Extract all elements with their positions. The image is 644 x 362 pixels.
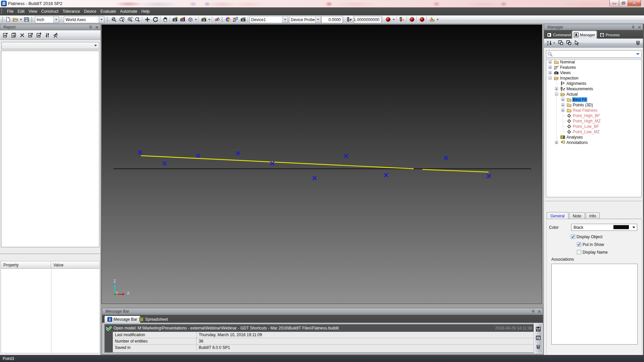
coordinate-system-select-dropdown[interactable] bbox=[99, 16, 104, 23]
report-export-button[interactable] bbox=[36, 32, 42, 39]
manager-splitter[interactable] bbox=[545, 201, 642, 201]
menu-file[interactable]: File bbox=[5, 8, 15, 15]
expand-icon[interactable] bbox=[549, 71, 552, 74]
clear-messages-icon[interactable] bbox=[536, 344, 541, 350]
menu-view[interactable]: View bbox=[27, 8, 39, 15]
sort-button[interactable]: AZ bbox=[547, 40, 555, 46]
units-select-dropdown[interactable] bbox=[53, 16, 59, 23]
display-name-checkbox[interactable] bbox=[577, 250, 581, 255]
menu-evaluate[interactable]: Evaluate bbox=[98, 8, 118, 15]
tree-item-points-3d-[interactable]: Points (3D) bbox=[546, 102, 642, 108]
pin-icon[interactable] bbox=[631, 25, 635, 29]
single-point-button[interactable] bbox=[408, 16, 416, 23]
units-select[interactable]: Inch bbox=[35, 16, 59, 23]
capture-view-button[interactable] bbox=[239, 16, 247, 23]
device-select[interactable]: Device1 bbox=[249, 16, 288, 23]
property-table-body[interactable] bbox=[1, 269, 100, 353]
tree-item-label[interactable]: Analyses bbox=[566, 135, 583, 140]
menu-tolerance[interactable]: Tolerance bbox=[60, 8, 82, 15]
tree-item-label[interactable]: Alignments bbox=[566, 81, 586, 86]
tree-item-label[interactable]: Annotations bbox=[566, 140, 588, 145]
report-run-button[interactable] bbox=[53, 32, 59, 39]
message-row-0[interactable]: Last modificationThursday, March 10, 201… bbox=[113, 332, 534, 338]
save-message-icon[interactable] bbox=[536, 327, 541, 332]
close-button[interactable] bbox=[628, 0, 641, 6]
hide-object-button[interactable] bbox=[214, 16, 221, 23]
details-tab-general[interactable]: General bbox=[547, 212, 568, 219]
manager-tab-process[interactable]: Process bbox=[598, 31, 621, 39]
scale-factor-field[interactable]: 1.0000000000 bbox=[354, 16, 381, 23]
tree-item-point-high-mz[interactable]: Point_High_MZ bbox=[546, 118, 642, 124]
delete-button[interactable] bbox=[635, 40, 641, 46]
toolbar-grip[interactable] bbox=[2, 17, 4, 22]
report-new-button[interactable] bbox=[2, 32, 8, 39]
report-template-select[interactable] bbox=[1, 42, 99, 49]
measured-point-marker-7[interactable] bbox=[384, 173, 388, 177]
collapse-icon[interactable] bbox=[549, 76, 552, 80]
tree-item-label[interactable]: Point_Low_BF bbox=[573, 124, 599, 129]
tree-item-label[interactable]: Inspection bbox=[560, 76, 579, 81]
gdt-button[interactable]: GD&T bbox=[232, 16, 239, 23]
measure-point-button[interactable] bbox=[384, 16, 392, 23]
expand-icon[interactable] bbox=[549, 60, 552, 63]
manager-search-box[interactable] bbox=[546, 50, 642, 58]
toolbar-grip[interactable] bbox=[31, 17, 33, 22]
manager-tab-manager[interactable]: Manager bbox=[572, 31, 597, 39]
expand-icon[interactable] bbox=[561, 103, 564, 106]
continuous-point-button[interactable] bbox=[418, 16, 426, 23]
measured-point-marker-1[interactable] bbox=[163, 162, 167, 165]
open-document-button[interactable] bbox=[12, 16, 19, 23]
details-tab-note[interactable]: Note bbox=[569, 212, 585, 219]
device-select-dropdown[interactable] bbox=[282, 16, 288, 23]
close-panel-icon[interactable] bbox=[537, 309, 541, 313]
tree-item-label[interactable]: Point_Low_MZ bbox=[573, 130, 600, 134]
view-cube-button[interactable] bbox=[187, 16, 194, 23]
menu-help[interactable]: Help bbox=[139, 8, 152, 15]
left-dock-splitter[interactable] bbox=[0, 254, 100, 254]
tree-item-label[interactable]: Point_High_BF bbox=[573, 113, 600, 118]
tree-item-nominal[interactable]: Nominal bbox=[546, 59, 642, 65]
tree-item-label[interactable]: Views bbox=[560, 70, 571, 75]
pin-icon[interactable] bbox=[89, 25, 93, 29]
coordinate-system-select[interactable]: World Axes bbox=[64, 16, 104, 23]
measure-distance-button[interactable] bbox=[428, 16, 436, 23]
property-table-header-property[interactable]: Property bbox=[1, 261, 51, 269]
zoom-window-button[interactable] bbox=[118, 16, 126, 23]
pin-icon[interactable] bbox=[531, 309, 535, 313]
expand-icon[interactable] bbox=[555, 141, 558, 144]
property-table-column-divider[interactable] bbox=[51, 269, 51, 353]
toolbar-grip[interactable] bbox=[107, 17, 108, 22]
collapse-icon[interactable] bbox=[555, 93, 558, 96]
new-document-button[interactable] bbox=[4, 16, 12, 23]
measured-point-marker-5[interactable] bbox=[313, 176, 317, 180]
color-picker-button[interactable] bbox=[224, 16, 232, 23]
measured-point-marker-6[interactable] bbox=[344, 154, 348, 158]
probe-calibrate-button[interactable] bbox=[346, 16, 353, 23]
message-tab-message-bar[interactable]: Message Bar bbox=[104, 316, 140, 323]
view-cube-dropdown[interactable] bbox=[194, 16, 198, 23]
menu-construct[interactable]: Construct bbox=[39, 8, 60, 15]
toolbar-grip[interactable] bbox=[222, 17, 223, 22]
measure-point-dropdown[interactable] bbox=[392, 16, 396, 23]
tree-item-point-high-bf[interactable]: Point_High_BF bbox=[546, 113, 642, 118]
tree-item-label[interactable]: Nominal bbox=[560, 60, 575, 64]
measured-point-marker-3[interactable] bbox=[236, 152, 240, 155]
tree-item-annotations[interactable]: Annotations bbox=[546, 140, 642, 145]
tree-item-label[interactable]: Best Fit bbox=[572, 97, 587, 102]
tree-item-inspection[interactable]: Inspection bbox=[546, 75, 642, 81]
tree-item-real-flatness[interactable]: Real Flatness bbox=[546, 108, 642, 113]
close-panel-icon[interactable] bbox=[637, 25, 641, 29]
rotate-button[interactable] bbox=[152, 16, 159, 23]
menu-device[interactable]: Device bbox=[82, 8, 98, 15]
select-button[interactable] bbox=[574, 40, 580, 46]
associations-list[interactable] bbox=[551, 264, 638, 345]
grab-button[interactable] bbox=[162, 16, 169, 23]
copy-button[interactable] bbox=[558, 40, 563, 46]
display-object-checkbox[interactable] bbox=[571, 235, 575, 240]
camera-record-button[interactable] bbox=[179, 16, 186, 23]
restore-button[interactable] bbox=[619, 0, 628, 6]
message-log-icon[interactable] bbox=[536, 335, 541, 341]
tree-item-alignments[interactable]: Alignments bbox=[546, 81, 642, 86]
open-dropdown[interactable] bbox=[19, 16, 23, 23]
pan-button[interactable] bbox=[144, 16, 151, 23]
